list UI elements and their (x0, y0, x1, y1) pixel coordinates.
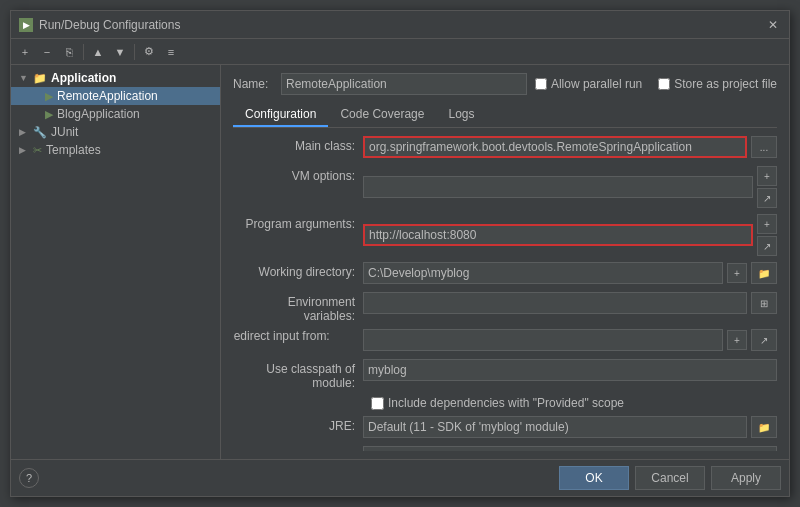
remove-config-button[interactable]: − (37, 42, 57, 62)
move-up-button[interactable]: ▲ (88, 42, 108, 62)
main-class-input-area: ... (363, 136, 777, 158)
env-vars-input-area: ⊞ (363, 292, 777, 314)
redirect-input-row: Redirect input from: + ↗ (233, 329, 777, 353)
right-panel: Name: Allow parallel run Store as projec… (221, 65, 789, 459)
expand-icon-application: ▼ (19, 73, 29, 83)
env-vars-row: Environment variables: ⊞ (233, 292, 777, 323)
redirect-label-area: Redirect input from: (233, 329, 363, 343)
main-class-browse-button[interactable]: ... (751, 136, 777, 158)
program-args-row: Program arguments: + ↗ (233, 214, 777, 256)
title-bar-controls: ✕ (765, 17, 781, 33)
filter-button[interactable]: ≡ (161, 42, 181, 62)
run-icon-remote: ▶ (45, 90, 53, 103)
tree-item-junit[interactable]: ▶ 🔧 JUnit (11, 123, 220, 141)
prog-args-add-button[interactable]: + (757, 214, 777, 234)
program-args-input[interactable] (363, 224, 753, 246)
tabs-row: Configuration Code Coverage Logs (233, 103, 777, 128)
include-deps-text: Include dependencies with "Provided" sco… (388, 396, 624, 410)
name-input[interactable] (281, 73, 527, 95)
jre-input-area: Default (11 - SDK of 'myblog' module) 📁 (363, 416, 777, 438)
tree-item-remote-application[interactable]: ▶ RemoteApplication (11, 87, 220, 105)
tab-code-coverage[interactable]: Code Coverage (328, 103, 436, 127)
tree-item-blog-application[interactable]: ▶ BlogApplication (11, 105, 220, 123)
title-bar-left: ▶ Run/Debug Configurations (19, 18, 180, 32)
redirect-add-button[interactable]: + (727, 330, 747, 350)
vm-options-expand-button[interactable]: ↗ (757, 188, 777, 208)
classpath-select[interactable]: myblog (363, 359, 777, 381)
tree-item-application[interactable]: ▼ 📁 Application (11, 69, 220, 87)
store-as-project-label: Store as project file (658, 77, 777, 91)
redirect-input-field[interactable] (363, 329, 723, 351)
form-area: Main class: ... VM options: + ↗ (233, 136, 777, 451)
vm-options-input[interactable] (363, 176, 753, 198)
store-as-project-checkbox[interactable] (658, 78, 670, 90)
folder-icon-application: 📁 (33, 72, 47, 85)
main-class-label: Main class: (233, 136, 363, 153)
vm-options-input-area: + ↗ (363, 166, 777, 208)
shorten-cmd-select[interactable]: user-local default: none - java [options… (363, 446, 777, 451)
move-down-button[interactable]: ▼ (110, 42, 130, 62)
vm-options-label: VM options: (233, 166, 363, 183)
allow-parallel-label: Allow parallel run (535, 77, 642, 91)
vm-options-add-button[interactable]: + (757, 166, 777, 186)
env-vars-input[interactable] (363, 292, 747, 314)
jre-browse-button[interactable]: 📁 (751, 416, 777, 438)
working-dir-label: Working directory: (233, 262, 363, 279)
tree-label-remote-application: RemoteApplication (57, 89, 158, 103)
shorten-cmd-input-area: user-local default: none - java [options… (363, 446, 777, 451)
prog-args-expand-button[interactable]: ↗ (757, 236, 777, 256)
env-vars-label: Environment variables: (233, 292, 363, 323)
jre-row: JRE: Default (11 - SDK of 'myblog' modul… (233, 416, 777, 440)
apply-button[interactable]: Apply (711, 466, 781, 490)
tree-item-templates[interactable]: ▶ ✂ Templates (11, 141, 220, 159)
checkboxes-row: Allow parallel run Store as project file (535, 77, 777, 91)
include-deps-label: Include dependencies with "Provided" sco… (371, 396, 624, 410)
dialog-icon: ▶ (19, 18, 33, 32)
shorten-cmd-label: Shorten command line: (233, 446, 363, 451)
program-args-input-area: + ↗ (363, 214, 777, 256)
copy-config-button[interactable]: ⎘ (59, 42, 79, 62)
tree-label-junit: JUnit (51, 125, 78, 139)
bottom-bar: ? OK Cancel Apply (11, 459, 789, 496)
working-dir-input[interactable] (363, 262, 723, 284)
expand-icon-junit: ▶ (19, 127, 29, 137)
classpath-input-area: myblog (363, 359, 777, 381)
close-button[interactable]: ✕ (765, 17, 781, 33)
main-class-row: Main class: ... (233, 136, 777, 160)
name-label: Name: (233, 77, 273, 91)
tab-logs[interactable]: Logs (436, 103, 486, 127)
working-dir-input-area: + 📁 (363, 262, 777, 284)
main-content: ▼ 📁 Application ▶ RemoteApplication ▶ Bl… (11, 65, 789, 459)
add-config-button[interactable]: + (15, 42, 35, 62)
redirect-label: Redirect input from: (233, 329, 355, 343)
cancel-button[interactable]: Cancel (635, 466, 705, 490)
main-class-input[interactable] (363, 136, 747, 158)
working-dir-browse-button[interactable]: 📁 (751, 262, 777, 284)
sort-button[interactable]: ⚙ (139, 42, 159, 62)
env-vars-browse-button[interactable]: ⊞ (751, 292, 777, 314)
jre-label: JRE: (233, 416, 363, 433)
ok-button[interactable]: OK (559, 466, 629, 490)
include-deps-row: Include dependencies with "Provided" sco… (233, 396, 777, 410)
help-button[interactable]: ? (19, 468, 39, 488)
tree-label-application: Application (51, 71, 116, 85)
run-debug-dialog: ▶ Run/Debug Configurations ✕ + − ⎘ ▲ ▼ ⚙… (10, 10, 790, 497)
junit-icon: 🔧 (33, 126, 47, 139)
shorten-cmd-row: Shorten command line: user-local default… (233, 446, 777, 451)
jre-select[interactable]: Default (11 - SDK of 'myblog' module) (363, 416, 747, 438)
tab-configuration[interactable]: Configuration (233, 103, 328, 127)
include-deps-checkbox[interactable] (371, 397, 384, 410)
vm-options-row: VM options: + ↗ (233, 166, 777, 208)
redirect-browse-button[interactable]: ↗ (751, 329, 777, 351)
working-dir-add-button[interactable]: + (727, 263, 747, 283)
toolbar-separator-2 (134, 44, 135, 60)
allow-parallel-checkbox[interactable] (535, 78, 547, 90)
vm-side-btns: + ↗ (757, 166, 777, 208)
working-dir-row: Working directory: + 📁 (233, 262, 777, 286)
tree-label-blog-application: BlogApplication (57, 107, 140, 121)
program-args-label: Program arguments: (233, 214, 363, 231)
tree-label-templates: Templates (46, 143, 101, 157)
config-tree: ▼ 📁 Application ▶ RemoteApplication ▶ Bl… (11, 65, 221, 459)
name-row: Name: Allow parallel run Store as projec… (233, 73, 777, 95)
toolbar: + − ⎘ ▲ ▼ ⚙ ≡ (11, 39, 789, 65)
